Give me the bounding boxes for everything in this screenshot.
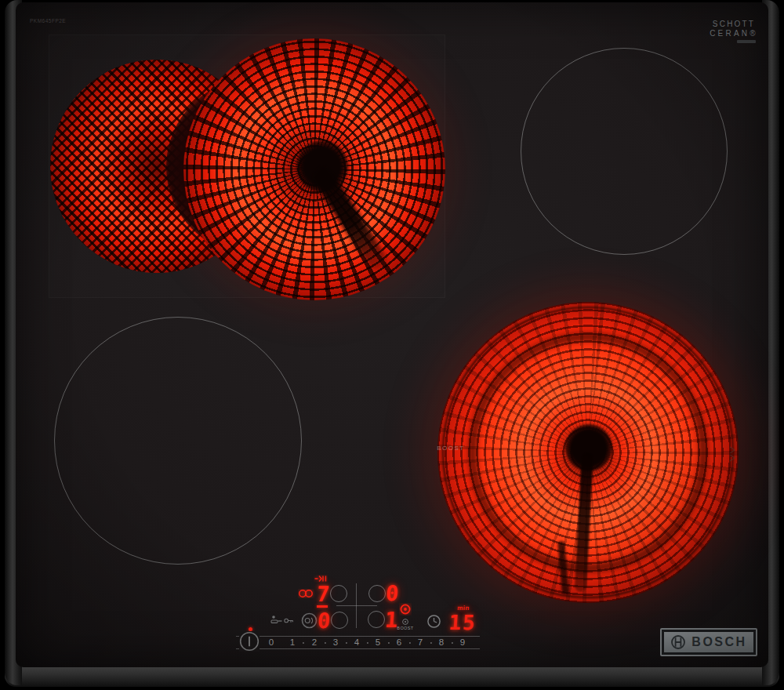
slider-level-7[interactable]: 7 <box>418 637 423 647</box>
rear-right-level-display: 0 <box>385 583 399 604</box>
rear-left-level-display: 7 <box>316 583 330 605</box>
slider-level-1[interactable]: 1 <box>290 637 295 647</box>
dual-zone-infinity-icon <box>298 589 314 598</box>
slider-track-top[interactable] <box>236 636 480 637</box>
rear-left-zone-select-key[interactable] <box>330 585 347 602</box>
boost-key-icon[interactable] <box>401 618 409 626</box>
boost-key-label: BOOST <box>397 626 413 630</box>
slider-level-0[interactable]: 0 <box>269 637 274 647</box>
timer-value-display: 15 <box>448 612 477 633</box>
extended-zone-key-icon[interactable] <box>301 612 318 629</box>
schott-line1: SCHOTT <box>707 20 760 28</box>
slider-level-4[interactable]: 4 <box>354 637 359 647</box>
wipe-protection-icon[interactable] <box>270 615 283 625</box>
schott-subline-mark <box>737 40 756 43</box>
front-left-level-display: 0 <box>317 610 331 631</box>
schott-line2: CERAN® <box>707 29 760 38</box>
boost-zone-print-label: BOOST <box>430 445 472 452</box>
slider-level-5[interactable]: 5 <box>376 637 380 647</box>
rear-right-zone-outline <box>521 48 728 255</box>
bosch-emblem-icon <box>670 634 686 650</box>
slider-level-3[interactable]: 3 <box>333 637 338 647</box>
slider-track-bottom[interactable] <box>236 648 480 649</box>
zone-cross-divider-horizontal <box>336 605 377 606</box>
bosch-badge: BOSCH <box>660 628 757 656</box>
front-right-level-display: 1 <box>384 609 398 630</box>
slider-level-2[interactable]: 2 <box>312 637 317 647</box>
schott-ceran-print: SCHOTT CERAN® <box>707 20 760 43</box>
rear-right-zone-select-key[interactable] <box>368 585 386 602</box>
timer-clock-icon[interactable] <box>426 614 441 629</box>
slider-level-8[interactable]: 8 <box>439 637 444 647</box>
model-number-print: PKM645FP2E <box>30 18 66 24</box>
slider-level-9[interactable]: 9 <box>460 637 465 647</box>
child-lock-key-icon[interactable] <box>284 617 294 624</box>
chevron-marks-icon <box>728 445 739 463</box>
boost-active-indicator-icon <box>399 603 412 616</box>
slider-level-6[interactable]: 6 <box>397 637 401 647</box>
extended-zone-active-indicator <box>317 605 328 608</box>
front-right-zone-select-key[interactable] <box>368 611 385 628</box>
power-key-icon[interactable] <box>239 631 260 652</box>
bosch-logo-text: BOSCH <box>691 635 746 649</box>
cooktop: BOOST 7 0 0 1 <box>0 0 784 690</box>
bosch-badge-plate: BOSCH <box>664 632 753 652</box>
front-left-zone-outline <box>54 317 302 565</box>
power-on-indicator-dot <box>249 627 252 631</box>
front-left-zone-select-key[interactable] <box>331 612 348 629</box>
